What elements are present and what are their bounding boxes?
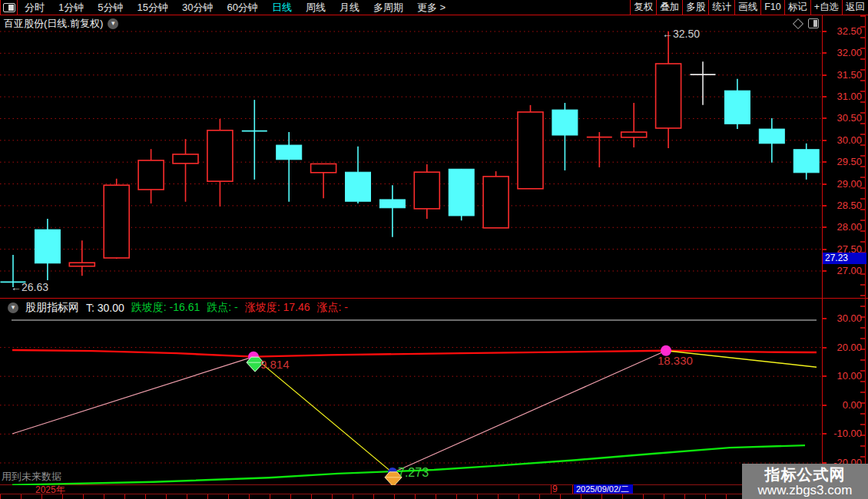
candle[interactable] (242, 100, 267, 180)
axis-minor-ticks (860, 15, 865, 485)
candle[interactable] (483, 171, 509, 228)
period-tab[interactable]: 30分钟 (175, 0, 220, 15)
axis-tick (822, 318, 827, 319)
timeline-divider (551, 485, 552, 494)
panel-separator (0, 298, 868, 299)
period-tab[interactable]: 周线 (299, 0, 333, 15)
candle[interactable] (793, 144, 819, 180)
window-layout-button[interactable] (0, 0, 18, 15)
candle[interactable] (552, 103, 578, 170)
toolbar-action[interactable]: 画线 (734, 0, 760, 15)
indicator-stat: 跌坡度: -16.61 (131, 301, 200, 315)
period-tab[interactable]: 15分钟 (130, 0, 174, 15)
axis-tick (822, 226, 827, 228)
high-price-annotation: ←32.50 (662, 28, 700, 40)
timeline-year: 2025年 (35, 484, 65, 497)
diamond-icon[interactable] (793, 18, 803, 28)
candle[interactable] (518, 105, 543, 189)
period-tab[interactable]: 多周期 (366, 0, 410, 15)
action-buttons: 复权叠加多股统计画线F10标记+自选返回 (630, 0, 868, 15)
axis-tick (822, 270, 827, 272)
indicator-stat: 涨点: - (317, 301, 348, 315)
watermark: 指标公式网 www.zbgs3.com (742, 464, 868, 499)
price-axis-label: 30.00 (827, 134, 862, 146)
axis-tick (822, 96, 827, 97)
axis-tick (822, 249, 827, 250)
period-tab[interactable]: 日线 (265, 0, 299, 15)
candlestick-chart[interactable] (0, 15, 822, 299)
candle[interactable] (449, 169, 474, 220)
toolbar-action[interactable]: 标记 (784, 0, 810, 15)
chart-corner-icons (794, 18, 819, 28)
candle[interactable] (724, 79, 750, 129)
candle[interactable] (759, 118, 784, 163)
period-tab[interactable]: 更多 > (410, 0, 452, 15)
chart-title: 百亚股份(日线.前复权) (4, 17, 103, 31)
current-price-badge: 27.23 (823, 253, 866, 264)
candle[interactable] (587, 132, 612, 167)
indicator-axis-label: 0.00 (827, 399, 862, 411)
low-price-annotation: ←26.63 (11, 281, 48, 293)
mini-window-icon[interactable] (808, 18, 819, 28)
candle[interactable] (104, 179, 129, 259)
watermark-title: 指标公式网 (765, 466, 846, 483)
period-tab[interactable]: 60分钟 (220, 0, 264, 15)
period-tab[interactable]: 分时 (18, 0, 51, 15)
axis-tick (822, 140, 827, 141)
candle[interactable] (311, 164, 336, 198)
chevron-down-circle-icon[interactable] (8, 302, 18, 313)
toolbar-action[interactable]: F10 (760, 0, 784, 15)
axis-tick (822, 52, 827, 54)
indicator-name: 股朋指标网 (25, 301, 79, 315)
axis-tick (822, 161, 827, 163)
watermark-url: www.zbgs3.com (758, 483, 853, 497)
period-tab[interactable]: 1分钟 (51, 0, 91, 15)
marker-value-label: 7.273 (398, 466, 429, 480)
axis-border-line (822, 15, 823, 485)
price-axis-label: 31.00 (827, 91, 862, 102)
axis-tick (822, 405, 827, 406)
candle[interactable] (691, 61, 716, 105)
toolbar-action[interactable]: 返回 (842, 0, 868, 15)
axis-tick (822, 347, 827, 349)
candle[interactable] (414, 164, 439, 219)
chevron-down-circle-icon[interactable] (108, 18, 118, 29)
timeline-divider (572, 485, 573, 494)
axis-tick (822, 433, 827, 435)
toolbar-action[interactable]: 多股 (682, 0, 708, 15)
candle[interactable] (207, 119, 233, 207)
toolbar-action[interactable]: 复权 (630, 0, 656, 15)
period-tab[interactable]: 月线 (333, 0, 366, 15)
indicator-chart[interactable] (0, 313, 822, 485)
toolbar-action[interactable]: +自选 (810, 0, 842, 15)
timeline-tick-strip[interactable] (0, 494, 868, 499)
axis-tick (822, 205, 827, 207)
axis-tick (822, 74, 827, 76)
period-tabs: 分时1分钟5分钟15分钟30分钟60分钟日线周线月线多周期更多 > (18, 0, 452, 15)
candle[interactable] (346, 147, 371, 203)
candle[interactable] (656, 31, 681, 148)
candle[interactable] (173, 139, 198, 202)
marker-value-label: 9.814 (260, 358, 290, 371)
indicator-stat: 涨坡度: 17.46 (245, 301, 310, 315)
candle[interactable] (277, 132, 302, 202)
candle[interactable] (69, 240, 94, 276)
indicator-stat: 跌点: - (207, 301, 237, 315)
price-axis-label: 32.50 (827, 25, 862, 37)
toolbar: 分时1分钟5分钟15分钟30分钟60分钟日线周线月线多周期更多 > 复权叠加多股… (0, 0, 868, 15)
window-layout-icon (3, 3, 15, 12)
period-tab[interactable]: 5分钟 (91, 0, 130, 15)
toolbar-action[interactable]: 叠加 (656, 0, 682, 15)
price-axis-label: 28.00 (827, 221, 862, 233)
price-axis-label: 29.00 (827, 178, 862, 190)
fall-yellow-line-1 (253, 357, 393, 473)
candle[interactable] (138, 149, 164, 203)
candle[interactable] (379, 185, 405, 237)
axis-tick (822, 375, 827, 377)
indicator-header: 股朋指标网 T: 30.00 跌坡度: -16.61跌点: -涨坡度: 17.4… (3, 301, 348, 315)
indicator-axis-label: -10.00 (827, 428, 862, 439)
toolbar-action[interactable]: 统计 (708, 0, 734, 15)
timeline-count: 9 (552, 484, 558, 494)
axis-tick (822, 117, 827, 119)
marker-value-label: 18.330 (658, 354, 693, 367)
